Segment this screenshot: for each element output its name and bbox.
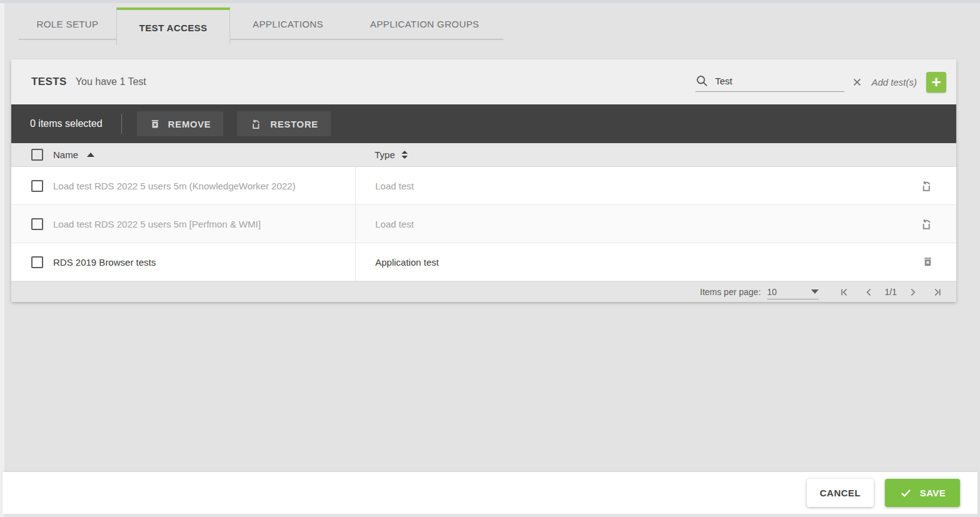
tab-test-access[interactable]: TEST ACCESS: [116, 8, 230, 45]
restore-button[interactable]: RESTORE: [237, 111, 330, 136]
footer-action-bar: CANCEL SAVE: [3, 472, 977, 514]
tests-panel: TESTS You have 1 Test Add test(s) + 0 it…: [11, 59, 956, 302]
plus-icon: +: [931, 73, 941, 91]
table-row: RDS 2019 Browser tests Application test: [11, 243, 956, 281]
restore-row-button[interactable]: [919, 179, 934, 193]
selected-count-text: 0 items selected: [30, 118, 103, 129]
row-checkbox[interactable]: [31, 218, 43, 230]
add-test-button[interactable]: +: [926, 72, 946, 93]
restore-icon: [919, 217, 934, 231]
pagination-bar: Items per page: 10 1/1: [11, 281, 956, 302]
clear-search-icon[interactable]: [852, 77, 862, 88]
items-per-page-select[interactable]: 10: [767, 284, 819, 299]
test-name: Load test RDS 2022 5 users 5m (Knowledge…: [53, 181, 355, 191]
tab-applications[interactable]: APPLICATIONS: [230, 8, 346, 40]
cancel-button[interactable]: CANCEL: [807, 479, 874, 507]
toolbar-divider: [121, 114, 122, 134]
page-left-edge: [0, 3, 4, 517]
add-tests-label: Add test(s): [871, 77, 917, 88]
chevron-right-icon: [907, 287, 918, 298]
tab-role-setup[interactable]: ROLE SETUP: [19, 8, 116, 40]
chevron-left-icon: [864, 287, 874, 298]
sort-asc-icon: [87, 153, 94, 157]
restore-icon: [250, 118, 263, 131]
next-page-button[interactable]: [901, 287, 925, 298]
panel-title: TESTS: [31, 76, 67, 88]
first-page-icon: [839, 287, 850, 298]
window-top-edge: [0, 0, 980, 3]
column-type-label: Type: [375, 149, 395, 160]
test-type: Application test: [355, 243, 893, 281]
save-button-label: SAVE: [920, 488, 946, 498]
table-header-row: Name Type: [11, 143, 956, 167]
column-header-type[interactable]: Type: [355, 149, 893, 160]
page-indicator: 1/1: [885, 287, 897, 297]
search-field: [695, 72, 844, 92]
items-per-page-label: Items per page:: [700, 287, 760, 297]
restore-row-button[interactable]: [919, 217, 934, 231]
test-type: Load test: [355, 205, 893, 243]
tab-application-groups[interactable]: APPLICATION GROUPS: [346, 8, 503, 40]
last-page-button[interactable]: [925, 287, 942, 298]
test-name: Load test RDS 2022 5 users 5m [Perfmon &…: [53, 219, 355, 229]
trash-x-icon: [922, 256, 934, 268]
sort-both-icon: [402, 151, 408, 159]
remove-button[interactable]: REMOVE: [137, 111, 224, 136]
tests-panel-header: TESTS You have 1 Test Add test(s) +: [11, 59, 956, 104]
restore-button-label: RESTORE: [270, 119, 318, 129]
items-per-page-value: 10: [767, 287, 777, 297]
select-all-checkbox[interactable]: [31, 149, 43, 161]
search-input[interactable]: [715, 76, 844, 86]
panel-subtitle: You have 1 Test: [76, 76, 146, 88]
test-type: Load test: [355, 167, 893, 204]
trash-x-icon: [149, 118, 161, 130]
check-icon: [899, 486, 912, 499]
table-row: Load test RDS 2022 5 users 5m [Perfmon &…: [11, 205, 956, 243]
restore-icon: [919, 179, 934, 193]
column-name-label: Name: [53, 149, 78, 160]
tab-bar: ROLE SETUP TEST ACCESS APPLICATIONS APPL…: [19, 8, 980, 40]
table-row: Load test RDS 2022 5 users 5m (Knowledge…: [11, 167, 956, 205]
row-checkbox[interactable]: [31, 180, 43, 192]
column-header-name[interactable]: Name: [53, 149, 355, 160]
selection-toolbar: 0 items selected REMOVE RESTORE: [11, 104, 956, 143]
first-page-button[interactable]: [832, 287, 857, 298]
last-page-icon: [932, 287, 942, 298]
test-name: RDS 2019 Browser tests: [53, 257, 355, 268]
search-icon: [695, 74, 709, 88]
remove-button-label: REMOVE: [168, 119, 211, 129]
previous-page-button[interactable]: [857, 287, 881, 298]
chevron-down-icon: [811, 289, 819, 294]
remove-row-button[interactable]: [922, 256, 934, 268]
row-checkbox[interactable]: [31, 256, 43, 268]
save-button[interactable]: SAVE: [885, 479, 960, 507]
